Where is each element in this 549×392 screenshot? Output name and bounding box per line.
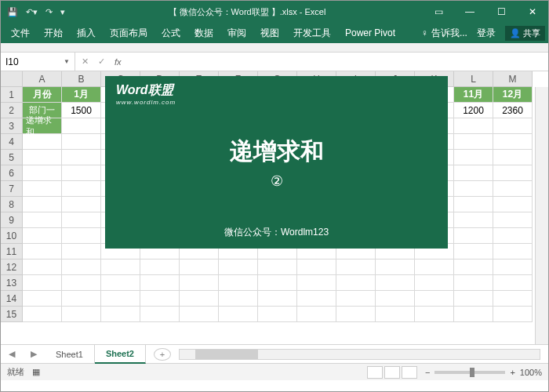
- cell[interactable]: 递增求和: [23, 118, 62, 134]
- cell[interactable]: [454, 150, 493, 165]
- cell[interactable]: [415, 260, 454, 275]
- undo-icon[interactable]: ↶▾: [26, 7, 38, 17]
- chevron-down-icon[interactable]: ▼: [64, 58, 70, 65]
- fx-icon[interactable]: fx: [115, 57, 122, 67]
- cell[interactable]: [297, 291, 336, 307]
- cell[interactable]: [140, 275, 180, 291]
- cell[interactable]: [493, 118, 533, 134]
- cell[interactable]: [219, 275, 258, 291]
- cancel-icon[interactable]: ✕: [82, 56, 89, 67]
- zoom-level[interactable]: 100%: [520, 368, 542, 377]
- cell[interactable]: [23, 181, 62, 197]
- row-header[interactable]: 11: [1, 244, 23, 260]
- select-all-corner[interactable]: [1, 71, 23, 87]
- cell[interactable]: [62, 228, 101, 244]
- row-header[interactable]: 14: [1, 291, 23, 307]
- ribbon-options-icon[interactable]: ▭: [423, 1, 454, 23]
- row-header[interactable]: 5: [1, 150, 23, 165]
- cell[interactable]: [219, 307, 258, 322]
- cell[interactable]: [493, 260, 533, 275]
- cell[interactable]: [62, 134, 101, 150]
- row-header[interactable]: 13: [1, 275, 23, 291]
- cell[interactable]: [140, 307, 180, 322]
- cell[interactable]: [376, 291, 415, 307]
- cell[interactable]: [454, 275, 493, 291]
- cell[interactable]: [258, 291, 297, 307]
- cell[interactable]: 11月: [454, 87, 493, 103]
- cell[interactable]: [297, 307, 336, 322]
- row-header[interactable]: 3: [1, 118, 23, 134]
- cell[interactable]: [336, 291, 376, 307]
- spreadsheet-grid[interactable]: ABCDEFGHIJKLM1月份1月11月12月2部门一150001200236…: [1, 71, 548, 344]
- cell[interactable]: [493, 244, 533, 260]
- cell[interactable]: [23, 307, 62, 322]
- col-header[interactable]: L: [454, 71, 493, 87]
- cell[interactable]: [101, 275, 140, 291]
- cell[interactable]: 月份: [23, 87, 62, 103]
- cell[interactable]: 2360: [493, 103, 533, 118]
- col-header[interactable]: M: [493, 71, 533, 87]
- cell[interactable]: [180, 260, 219, 275]
- cell[interactable]: [258, 275, 297, 291]
- cell[interactable]: [454, 291, 493, 307]
- zoom-slider[interactable]: [434, 371, 505, 374]
- cell[interactable]: [415, 291, 454, 307]
- save-icon[interactable]: 💾: [7, 7, 18, 17]
- cell[interactable]: [376, 260, 415, 275]
- cell[interactable]: [454, 118, 493, 134]
- cell[interactable]: 1500: [62, 103, 101, 118]
- cell[interactable]: [23, 228, 62, 244]
- cell[interactable]: [336, 275, 376, 291]
- cell[interactable]: [493, 197, 533, 212]
- cell[interactable]: [101, 260, 140, 275]
- cell[interactable]: [297, 260, 336, 275]
- cell[interactable]: [454, 134, 493, 150]
- macro-icon[interactable]: ▦: [32, 367, 40, 377]
- cell[interactable]: [297, 275, 336, 291]
- zoom-in-icon[interactable]: +: [510, 368, 514, 377]
- cell[interactable]: [376, 275, 415, 291]
- cell[interactable]: [62, 150, 101, 165]
- cell[interactable]: [415, 275, 454, 291]
- cell[interactable]: [493, 212, 533, 228]
- horizontal-scrollbar[interactable]: [179, 349, 540, 360]
- name-box[interactable]: I10▼: [1, 53, 75, 71]
- cell[interactable]: [336, 260, 376, 275]
- cell[interactable]: [258, 260, 297, 275]
- cell[interactable]: [454, 197, 493, 212]
- cell[interactable]: [493, 307, 533, 322]
- cell[interactable]: [62, 197, 101, 212]
- cell[interactable]: [415, 307, 454, 322]
- row-header[interactable]: 15: [1, 307, 23, 322]
- row-header[interactable]: 2: [1, 103, 23, 118]
- cell[interactable]: [180, 307, 219, 322]
- cell[interactable]: [454, 307, 493, 322]
- cell[interactable]: [454, 244, 493, 260]
- cell[interactable]: [62, 244, 101, 260]
- redo-icon[interactable]: ↷: [45, 7, 53, 17]
- qat-more-icon[interactable]: ▾: [60, 7, 65, 17]
- cell[interactable]: [23, 244, 62, 260]
- tab-developer[interactable]: 开发工具: [286, 23, 338, 43]
- cell[interactable]: [493, 275, 533, 291]
- cell[interactable]: [101, 307, 140, 322]
- cell[interactable]: [180, 291, 219, 307]
- view-normal-icon[interactable]: [367, 366, 383, 379]
- share-button[interactable]: 👤 共享: [505, 26, 545, 41]
- close-icon[interactable]: ✕: [517, 1, 548, 23]
- row-header[interactable]: 4: [1, 134, 23, 150]
- cell[interactable]: [454, 165, 493, 181]
- col-header[interactable]: B: [62, 71, 101, 87]
- row-header[interactable]: 12: [1, 260, 23, 275]
- enter-icon[interactable]: ✓: [98, 56, 105, 67]
- cell[interactable]: [62, 291, 101, 307]
- col-header[interactable]: A: [23, 71, 62, 87]
- tab-formulas[interactable]: 公式: [155, 23, 187, 43]
- cell[interactable]: 1200: [454, 103, 493, 118]
- login-link[interactable]: 登录: [477, 27, 496, 40]
- cell[interactable]: [219, 260, 258, 275]
- cell[interactable]: [23, 212, 62, 228]
- row-header[interactable]: 1: [1, 87, 23, 103]
- row-header[interactable]: 6: [1, 165, 23, 181]
- view-pagebreak-icon[interactable]: [402, 366, 417, 379]
